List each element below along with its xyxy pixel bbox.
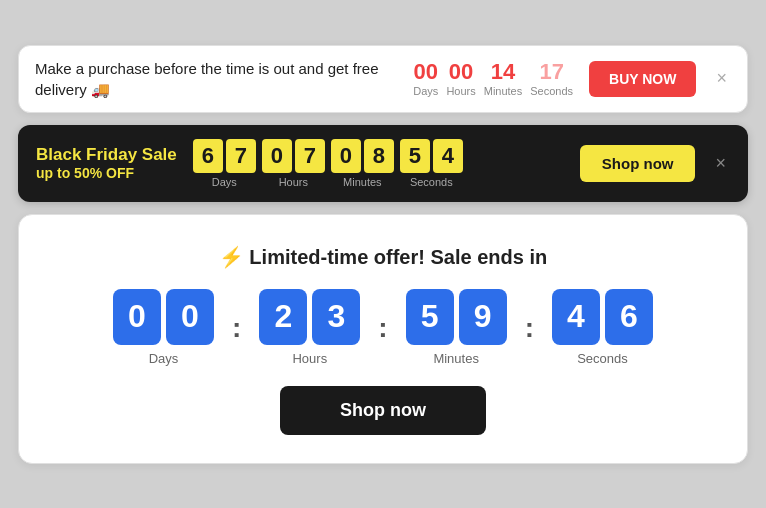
sale-minutes-d1: 5 — [406, 289, 454, 345]
bf-title: Black Friday Sale — [36, 145, 177, 165]
delivery-text: Make a purchase before the time is out a… — [35, 58, 397, 100]
sale-minutes-label: Minutes — [433, 351, 479, 366]
sale-days-label: Days — [149, 351, 179, 366]
sale-hours-nums: 2 3 — [259, 289, 360, 345]
bf-seconds-d1: 5 — [400, 139, 430, 173]
sale-minutes-nums: 5 9 — [406, 289, 507, 345]
sale-seconds-nums: 4 6 — [552, 289, 653, 345]
sale-countdown: 0 0 Days : 2 3 Hours : 5 9 Minutes : 4 6 — [113, 289, 653, 366]
sale-days-nums: 0 0 — [113, 289, 214, 345]
bf-minutes-d1: 0 — [331, 139, 361, 173]
bf-days-d1: 6 — [193, 139, 223, 173]
sale-seconds-label: Seconds — [577, 351, 628, 366]
days-item: 00 Days — [413, 61, 438, 97]
colon3: : — [525, 312, 534, 366]
bf-shop-now-button[interactable]: Shop now — [580, 145, 696, 182]
sale-title: ⚡ Limited-time offer! Sale ends in — [219, 245, 547, 269]
seconds-value: 17 — [539, 61, 563, 83]
sale-seconds-d1: 4 — [552, 289, 600, 345]
bf-minutes-d2: 8 — [364, 139, 394, 173]
banner1-close-button[interactable]: × — [712, 68, 731, 89]
bf-hours-d2: 7 — [295, 139, 325, 173]
sale-days: 0 0 Days — [113, 289, 214, 366]
bf-hours: 0 7 Hours — [262, 139, 325, 188]
sale-hours-d2: 3 — [312, 289, 360, 345]
bf-seconds-nums: 5 4 — [400, 139, 463, 173]
hours-label: Hours — [446, 85, 475, 97]
bf-text-block: Black Friday Sale up to 50% OFF — [36, 145, 177, 181]
bf-countdown: 6 7 Days 0 7 Hours 0 8 Minutes 5 4 Secon… — [193, 139, 564, 188]
bf-close-button[interactable]: × — [711, 153, 730, 174]
bf-seconds: 5 4 Seconds — [400, 139, 463, 188]
sale-days-d1: 0 — [113, 289, 161, 345]
sale-hours-d1: 2 — [259, 289, 307, 345]
bf-subtitle: up to 50% OFF — [36, 165, 177, 181]
hours-value: 00 — [449, 61, 473, 83]
sale-minutes: 5 9 Minutes — [406, 289, 507, 366]
bf-hours-label: Hours — [279, 176, 308, 188]
sale-hours: 2 3 Hours — [259, 289, 360, 366]
sale-seconds-d2: 6 — [605, 289, 653, 345]
sale-banner: ⚡ Limited-time offer! Sale ends in 0 0 D… — [18, 214, 748, 464]
colon1: : — [232, 312, 241, 366]
sale-minutes-d2: 9 — [459, 289, 507, 345]
bf-seconds-label: Seconds — [410, 176, 453, 188]
sale-shop-now-button[interactable]: Shop now — [280, 386, 486, 435]
bf-minutes-label: Minutes — [343, 176, 382, 188]
minutes-item: 14 Minutes — [484, 61, 523, 97]
days-value: 00 — [414, 61, 438, 83]
sale-seconds: 4 6 Seconds — [552, 289, 653, 366]
sale-hours-label: Hours — [292, 351, 327, 366]
sale-days-d2: 0 — [166, 289, 214, 345]
buy-now-button[interactable]: BUY NOW — [589, 61, 696, 97]
bf-hours-nums: 0 7 — [262, 139, 325, 173]
hours-item: 00 Hours — [446, 61, 475, 97]
bf-days: 6 7 Days — [193, 139, 256, 188]
bf-days-d2: 7 — [226, 139, 256, 173]
colon2: : — [378, 312, 387, 366]
bf-days-label: Days — [212, 176, 237, 188]
bf-hours-d1: 0 — [262, 139, 292, 173]
bf-minutes-nums: 0 8 — [331, 139, 394, 173]
bf-minutes: 0 8 Minutes — [331, 139, 394, 188]
days-label: Days — [413, 85, 438, 97]
bf-days-nums: 6 7 — [193, 139, 256, 173]
blackfriday-banner: Black Friday Sale up to 50% OFF 6 7 Days… — [18, 125, 748, 202]
delivery-banner: Make a purchase before the time is out a… — [18, 45, 748, 113]
minutes-value: 14 — [491, 61, 515, 83]
bf-seconds-d2: 4 — [433, 139, 463, 173]
seconds-item: 17 Seconds — [530, 61, 573, 97]
seconds-label: Seconds — [530, 85, 573, 97]
minutes-label: Minutes — [484, 85, 523, 97]
countdown-inline: 00 Days 00 Hours 14 Minutes 17 Seconds — [413, 61, 573, 97]
